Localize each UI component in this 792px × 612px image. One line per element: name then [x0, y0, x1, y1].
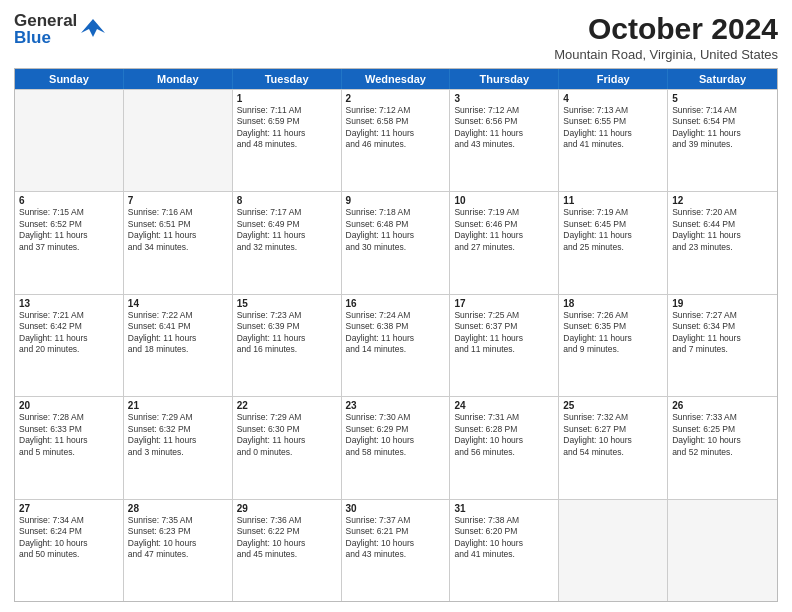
calendar-cell: 5Sunrise: 7:14 AM Sunset: 6:54 PM Daylig…	[668, 90, 777, 191]
calendar-row: 6Sunrise: 7:15 AM Sunset: 6:52 PM Daylig…	[15, 191, 777, 293]
calendar-cell: 31Sunrise: 7:38 AM Sunset: 6:20 PM Dayli…	[450, 500, 559, 601]
day-number: 9	[346, 195, 446, 206]
day-number: 14	[128, 298, 228, 309]
calendar-row: 20Sunrise: 7:28 AM Sunset: 6:33 PM Dayli…	[15, 396, 777, 498]
calendar-cell: 30Sunrise: 7:37 AM Sunset: 6:21 PM Dayli…	[342, 500, 451, 601]
calendar-cell: 9Sunrise: 7:18 AM Sunset: 6:48 PM Daylig…	[342, 192, 451, 293]
day-number: 28	[128, 503, 228, 514]
title-block: October 2024 Mountain Road, Virginia, Un…	[554, 12, 778, 62]
calendar-cell: 3Sunrise: 7:12 AM Sunset: 6:56 PM Daylig…	[450, 90, 559, 191]
day-number: 27	[19, 503, 119, 514]
day-info: Sunrise: 7:30 AM Sunset: 6:29 PM Dayligh…	[346, 412, 446, 458]
day-info: Sunrise: 7:27 AM Sunset: 6:34 PM Dayligh…	[672, 310, 773, 356]
calendar-cell: 24Sunrise: 7:31 AM Sunset: 6:28 PM Dayli…	[450, 397, 559, 498]
header: General Blue October 2024 Mountain Road,…	[14, 12, 778, 62]
day-number: 18	[563, 298, 663, 309]
calendar-cell: 17Sunrise: 7:25 AM Sunset: 6:37 PM Dayli…	[450, 295, 559, 396]
logo-bird-icon	[79, 15, 107, 43]
calendar-cell: 10Sunrise: 7:19 AM Sunset: 6:46 PM Dayli…	[450, 192, 559, 293]
day-number: 16	[346, 298, 446, 309]
day-info: Sunrise: 7:23 AM Sunset: 6:39 PM Dayligh…	[237, 310, 337, 356]
logo-blue: Blue	[14, 29, 77, 46]
calendar-cell: 20Sunrise: 7:28 AM Sunset: 6:33 PM Dayli…	[15, 397, 124, 498]
day-number: 2	[346, 93, 446, 104]
day-number: 4	[563, 93, 663, 104]
day-number: 12	[672, 195, 773, 206]
calendar-row: 27Sunrise: 7:34 AM Sunset: 6:24 PM Dayli…	[15, 499, 777, 601]
weekday-header: Thursday	[450, 69, 559, 89]
day-info: Sunrise: 7:11 AM Sunset: 6:59 PM Dayligh…	[237, 105, 337, 151]
day-number: 10	[454, 195, 554, 206]
location: Mountain Road, Virginia, United States	[554, 47, 778, 62]
day-number: 25	[563, 400, 663, 411]
calendar-cell: 4Sunrise: 7:13 AM Sunset: 6:55 PM Daylig…	[559, 90, 668, 191]
day-number: 24	[454, 400, 554, 411]
svg-marker-0	[81, 19, 105, 37]
day-info: Sunrise: 7:38 AM Sunset: 6:20 PM Dayligh…	[454, 515, 554, 561]
calendar-cell: 25Sunrise: 7:32 AM Sunset: 6:27 PM Dayli…	[559, 397, 668, 498]
calendar-cell: 6Sunrise: 7:15 AM Sunset: 6:52 PM Daylig…	[15, 192, 124, 293]
calendar-cell: 28Sunrise: 7:35 AM Sunset: 6:23 PM Dayli…	[124, 500, 233, 601]
day-info: Sunrise: 7:19 AM Sunset: 6:46 PM Dayligh…	[454, 207, 554, 253]
day-number: 23	[346, 400, 446, 411]
weekday-header: Tuesday	[233, 69, 342, 89]
day-number: 7	[128, 195, 228, 206]
day-number: 17	[454, 298, 554, 309]
day-info: Sunrise: 7:25 AM Sunset: 6:37 PM Dayligh…	[454, 310, 554, 356]
calendar-cell: 12Sunrise: 7:20 AM Sunset: 6:44 PM Dayli…	[668, 192, 777, 293]
calendar-cell: 16Sunrise: 7:24 AM Sunset: 6:38 PM Dayli…	[342, 295, 451, 396]
day-info: Sunrise: 7:12 AM Sunset: 6:58 PM Dayligh…	[346, 105, 446, 151]
calendar-row: 13Sunrise: 7:21 AM Sunset: 6:42 PM Dayli…	[15, 294, 777, 396]
day-info: Sunrise: 7:13 AM Sunset: 6:55 PM Dayligh…	[563, 105, 663, 151]
weekday-header: Saturday	[668, 69, 777, 89]
calendar-cell: 26Sunrise: 7:33 AM Sunset: 6:25 PM Dayli…	[668, 397, 777, 498]
calendar-cell	[559, 500, 668, 601]
day-info: Sunrise: 7:29 AM Sunset: 6:30 PM Dayligh…	[237, 412, 337, 458]
day-info: Sunrise: 7:17 AM Sunset: 6:49 PM Dayligh…	[237, 207, 337, 253]
calendar-cell: 14Sunrise: 7:22 AM Sunset: 6:41 PM Dayli…	[124, 295, 233, 396]
day-number: 31	[454, 503, 554, 514]
weekday-header: Wednesday	[342, 69, 451, 89]
day-number: 11	[563, 195, 663, 206]
day-number: 6	[19, 195, 119, 206]
calendar-cell: 27Sunrise: 7:34 AM Sunset: 6:24 PM Dayli…	[15, 500, 124, 601]
day-number: 30	[346, 503, 446, 514]
day-info: Sunrise: 7:20 AM Sunset: 6:44 PM Dayligh…	[672, 207, 773, 253]
day-info: Sunrise: 7:22 AM Sunset: 6:41 PM Dayligh…	[128, 310, 228, 356]
day-info: Sunrise: 7:37 AM Sunset: 6:21 PM Dayligh…	[346, 515, 446, 561]
calendar-cell: 13Sunrise: 7:21 AM Sunset: 6:42 PM Dayli…	[15, 295, 124, 396]
day-info: Sunrise: 7:36 AM Sunset: 6:22 PM Dayligh…	[237, 515, 337, 561]
calendar-cell: 7Sunrise: 7:16 AM Sunset: 6:51 PM Daylig…	[124, 192, 233, 293]
day-number: 19	[672, 298, 773, 309]
calendar-cell: 23Sunrise: 7:30 AM Sunset: 6:29 PM Dayli…	[342, 397, 451, 498]
day-number: 13	[19, 298, 119, 309]
day-info: Sunrise: 7:18 AM Sunset: 6:48 PM Dayligh…	[346, 207, 446, 253]
day-info: Sunrise: 7:33 AM Sunset: 6:25 PM Dayligh…	[672, 412, 773, 458]
calendar-cell	[124, 90, 233, 191]
calendar-cell	[15, 90, 124, 191]
calendar-cell: 15Sunrise: 7:23 AM Sunset: 6:39 PM Dayli…	[233, 295, 342, 396]
day-info: Sunrise: 7:19 AM Sunset: 6:45 PM Dayligh…	[563, 207, 663, 253]
weekday-header: Sunday	[15, 69, 124, 89]
calendar-cell: 29Sunrise: 7:36 AM Sunset: 6:22 PM Dayli…	[233, 500, 342, 601]
day-info: Sunrise: 7:34 AM Sunset: 6:24 PM Dayligh…	[19, 515, 119, 561]
day-number: 8	[237, 195, 337, 206]
page: General Blue October 2024 Mountain Road,…	[0, 0, 792, 612]
day-info: Sunrise: 7:35 AM Sunset: 6:23 PM Dayligh…	[128, 515, 228, 561]
day-number: 29	[237, 503, 337, 514]
day-number: 5	[672, 93, 773, 104]
day-info: Sunrise: 7:21 AM Sunset: 6:42 PM Dayligh…	[19, 310, 119, 356]
calendar-cell: 2Sunrise: 7:12 AM Sunset: 6:58 PM Daylig…	[342, 90, 451, 191]
day-info: Sunrise: 7:16 AM Sunset: 6:51 PM Dayligh…	[128, 207, 228, 253]
day-info: Sunrise: 7:15 AM Sunset: 6:52 PM Dayligh…	[19, 207, 119, 253]
calendar-cell	[668, 500, 777, 601]
calendar-cell: 11Sunrise: 7:19 AM Sunset: 6:45 PM Dayli…	[559, 192, 668, 293]
day-number: 3	[454, 93, 554, 104]
day-number: 21	[128, 400, 228, 411]
day-info: Sunrise: 7:26 AM Sunset: 6:35 PM Dayligh…	[563, 310, 663, 356]
calendar-cell: 19Sunrise: 7:27 AM Sunset: 6:34 PM Dayli…	[668, 295, 777, 396]
day-number: 22	[237, 400, 337, 411]
day-number: 1	[237, 93, 337, 104]
day-number: 26	[672, 400, 773, 411]
day-info: Sunrise: 7:14 AM Sunset: 6:54 PM Dayligh…	[672, 105, 773, 151]
